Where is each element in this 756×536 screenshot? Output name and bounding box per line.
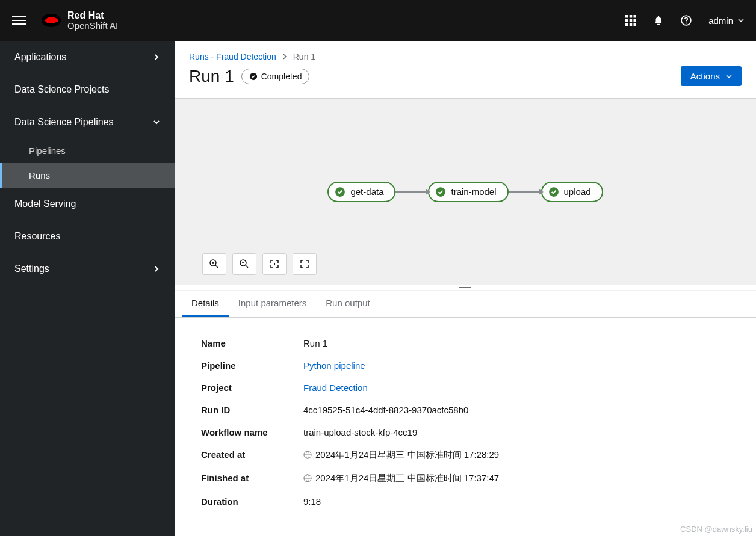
help-icon[interactable]	[681, 15, 692, 26]
node-label: get-data	[350, 186, 383, 197]
pipeline-graph[interactable]: get-data train-model upload	[175, 98, 756, 285]
svg-rect-7	[625, 23, 628, 26]
globe-icon	[303, 474, 312, 482]
svg-rect-4	[625, 19, 628, 22]
detail-label: Pipeline	[201, 360, 303, 371]
chevron-right-icon	[282, 54, 287, 60]
svg-rect-2	[630, 15, 633, 18]
brand-product: OpenShift AI	[67, 21, 118, 31]
detail-label: Created at	[201, 449, 303, 461]
check-circle-icon	[249, 72, 258, 81]
actions-label: Actions	[690, 71, 720, 81]
detail-label: Duration	[201, 496, 303, 507]
brand-name: Red Hat	[67, 10, 118, 21]
graph-node[interactable]: upload	[541, 182, 603, 202]
graph-edge	[509, 191, 541, 193]
tabs: Details Input parameters Run output	[175, 291, 756, 318]
watermark: CSDN @dawnsky.liu	[680, 525, 752, 534]
status-badge: Completed	[241, 69, 310, 84]
detail-value: train-upload-stock-kfp-4cc19	[303, 427, 730, 437]
pipeline-link[interactable]: Python pipeline	[303, 360, 365, 371]
detail-label: Finished at	[201, 473, 303, 484]
page-title: Run 1	[189, 67, 234, 86]
sidebar-item-label: Resources	[14, 231, 60, 242]
svg-rect-1	[625, 15, 628, 18]
detail-label: Workflow name	[201, 427, 303, 437]
detail-label: Name	[201, 338, 303, 348]
svg-rect-8	[630, 23, 633, 26]
sidebar-item-label: Applications	[14, 52, 66, 63]
splitter-handle[interactable]	[175, 285, 756, 291]
svg-rect-9	[634, 23, 637, 26]
user-name: admin	[708, 16, 733, 26]
tab-details[interactable]: Details	[182, 291, 229, 317]
sidebar-item-projects[interactable]: Data Science Projects	[0, 73, 175, 106]
detail-value: 2024年1月24日星期三 中国标准时间 17:37:47	[303, 473, 730, 484]
redhat-logo-icon	[41, 12, 61, 29]
success-icon	[548, 186, 559, 197]
detail-label: Run ID	[201, 405, 303, 415]
node-label: upload	[564, 186, 591, 197]
graph-edge	[395, 191, 428, 193]
detail-value: Run 1	[303, 338, 730, 348]
status-label: Completed	[261, 72, 302, 81]
tab-run-output[interactable]: Run output	[316, 291, 379, 317]
breadcrumb-current: Run 1	[293, 52, 315, 61]
caret-down-icon	[738, 17, 744, 23]
breadcrumb-parent[interactable]: Runs - Fraud Detection	[189, 52, 276, 61]
breadcrumb: Runs - Fraud Detection Run 1	[175, 41, 756, 66]
sidebar-item-label: Settings	[14, 263, 49, 274]
detail-value: 2024年1月24日星期三 中国标准时间 17:28:29	[303, 449, 730, 461]
sidebar-item-label: Model Serving	[14, 199, 76, 209]
svg-rect-5	[630, 19, 633, 22]
svg-rect-3	[634, 15, 637, 18]
menu-toggle-button[interactable]	[12, 14, 26, 27]
sidebar-item-label: Data Science Pipelines	[14, 117, 114, 128]
graph-node[interactable]: get-data	[327, 182, 395, 202]
sidebar-item-pipelines-parent[interactable]: Data Science Pipelines	[0, 106, 175, 138]
svg-point-11	[686, 23, 687, 24]
sidebar-item-label: Data Science Projects	[14, 84, 109, 95]
detail-label: Project	[201, 383, 303, 393]
success-icon	[335, 186, 345, 197]
success-icon	[435, 186, 446, 197]
node-label: train-model	[451, 186, 496, 197]
user-menu[interactable]: admin	[708, 16, 744, 26]
graph-node[interactable]: train-model	[428, 182, 508, 202]
bell-icon[interactable]	[653, 15, 664, 26]
globe-icon	[303, 451, 312, 459]
caret-down-icon	[726, 73, 732, 79]
sidebar-item-runs[interactable]: Runs	[0, 163, 175, 188]
details-panel: NameRun 1 PipelinePython pipeline Projec…	[175, 318, 756, 527]
sidebar-item-pipelines[interactable]: Pipelines	[0, 138, 175, 163]
svg-rect-6	[634, 19, 637, 22]
svg-line-17	[215, 265, 218, 268]
fullscreen-button[interactable]	[293, 253, 317, 275]
detail-value: 9:18	[303, 496, 730, 507]
detail-value: 4cc19525-51c4-4ddf-8823-9370acfc58b0	[303, 405, 730, 415]
fit-button[interactable]	[262, 253, 287, 275]
svg-line-21	[246, 265, 248, 268]
apps-icon[interactable]	[625, 15, 636, 26]
main-content: Runs - Fraud Detection Run 1 Run 1 Compl…	[175, 41, 756, 536]
tab-input-parameters[interactable]: Input parameters	[229, 291, 316, 317]
sidebar-item-resources[interactable]: Resources	[0, 220, 175, 253]
chevron-down-icon	[153, 119, 160, 126]
sidebar-item-settings[interactable]: Settings	[0, 253, 175, 285]
chevron-right-icon	[153, 265, 160, 273]
sidebar-item-applications[interactable]: Applications	[0, 41, 175, 73]
zoom-out-button[interactable]	[232, 253, 256, 275]
project-link[interactable]: Fraud Detection	[303, 383, 368, 393]
top-bar: Red Hat OpenShift AI admin	[0, 0, 756, 41]
zoom-in-button[interactable]	[202, 253, 226, 275]
brand: Red Hat OpenShift AI	[41, 10, 118, 31]
actions-button[interactable]: Actions	[681, 66, 742, 86]
sidebar-item-model-serving[interactable]: Model Serving	[0, 188, 175, 220]
chevron-right-icon	[153, 54, 160, 61]
sidebar: Applications Data Science Projects Data …	[0, 41, 175, 536]
